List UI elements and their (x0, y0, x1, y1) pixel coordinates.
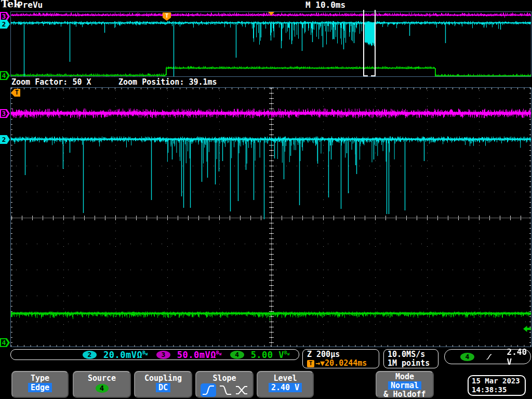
slope-rising-option[interactable] (201, 383, 216, 397)
channel-tag-2-main: 2 (0, 135, 10, 144)
zoom-info-bar: Zoom Factor: 50 X Zoom Position: 39.1ms (0, 77, 532, 87)
trigger-type-button[interactable]: Type Edge (11, 371, 69, 398)
source-channel-badge: 4 (96, 384, 109, 393)
trigger-level-button[interactable]: Level 2.40 V (257, 371, 314, 398)
trigger-coupling-button[interactable]: Coupling DC (134, 371, 192, 398)
mode-value: Normal (388, 381, 421, 390)
bandwidth-badge: BW (142, 351, 148, 356)
date-readout: 15 Mar 2023 (472, 377, 525, 385)
level-value: 2.40 V (269, 383, 302, 392)
zoom-scale-box: Z 200µs T→▼20.0244ms (302, 349, 379, 368)
zoom-timebase-readout: Z 200µs (307, 350, 379, 359)
trigger-t-icon: T (307, 360, 314, 367)
channel-4-badge: 4 (230, 351, 244, 359)
overview-window (10, 11, 531, 77)
mode-value2: & Holdoff (377, 390, 433, 398)
bandwidth-badge: BW (216, 351, 222, 356)
slope-either-icon[interactable] (235, 384, 248, 396)
level-label: Level (258, 374, 313, 383)
mode-label: Mode (377, 373, 433, 381)
tag-number: 2 (0, 20, 8, 29)
time-readout: 14:38:35 (472, 385, 525, 394)
trigger-source-badge: 4 (460, 353, 474, 361)
type-label: Type (12, 374, 68, 383)
overview-canvas (11, 12, 531, 76)
trigger-mode-button[interactable]: Mode Normal & Holdoff (376, 371, 434, 398)
zoom-position-label: Zoom Position: (118, 77, 184, 87)
slope-label: Slope (196, 374, 252, 383)
ch3-scale-readout: 50.0mVΩBW (177, 350, 222, 360)
sample-rate-readout: 10.0MS/s (388, 350, 438, 359)
zoom-factor-label: Zoom Factor: (11, 77, 68, 87)
tag-number: 3 (0, 109, 8, 118)
channel-tag-2-overview: 2 (0, 20, 10, 29)
arrow-icon: → (315, 359, 320, 368)
zoom-factor-value: 50 X (72, 77, 91, 87)
ch4-scale-readout: 5.00 VBW (251, 350, 290, 360)
channel-readout-box: 2 20.0mVΩBW 3 50.0mVΩBW 4 5.00 VBW (10, 349, 299, 360)
acquisition-status: PreVu (18, 0, 43, 10)
coupling-value: DC (156, 383, 170, 392)
channel-tag-3-main: 3 (0, 109, 10, 118)
bandwidth-badge: BW (284, 351, 290, 356)
channel-2-badge: 2 (83, 351, 97, 359)
type-value: Edge (28, 383, 52, 392)
rising-slope-icon (486, 352, 493, 362)
tag-number: 4 (0, 338, 8, 347)
ch2-scale-readout: 20.0mVΩBW (103, 350, 148, 360)
record-length-readout: 1M points (388, 359, 438, 368)
zoom-position-value: 39.1ms (189, 77, 217, 87)
slope-rising-icon (202, 384, 215, 396)
channel-tag-4-main: 4 (0, 338, 10, 347)
trigger-slope-button[interactable]: Slope (195, 371, 254, 398)
main-waveform-canvas (11, 88, 531, 347)
trigger-delay-readout: T→▼20.0244ms (307, 359, 379, 368)
trigger-readout-box: 4 2.40 V (444, 349, 531, 364)
tag-number: 2 (0, 135, 8, 144)
timebase-readout: M 10.0ms (305, 0, 345, 10)
zoom-window-bracket[interactable] (363, 10, 376, 76)
datetime-box: 15 Mar 2023 14:38:35 (468, 375, 526, 396)
channel-3-badge: 3 (156, 351, 170, 359)
trigger-level-readout: 2.40 V (507, 347, 530, 367)
main-waveform-window (10, 87, 531, 347)
trigger-source-button[interactable]: Source 4 (73, 371, 131, 398)
marker-icon: ▼ (320, 359, 325, 368)
oscilloscope-screen: Tek PreVu M 10.0ms 3 2 4 Zoom Factor: 50… (0, 0, 532, 399)
source-label: Source (74, 374, 130, 383)
slope-falling-icon[interactable] (219, 384, 232, 396)
acquisition-box: 10.0MS/s 1M points (383, 349, 438, 368)
coupling-label: Coupling (135, 374, 191, 383)
